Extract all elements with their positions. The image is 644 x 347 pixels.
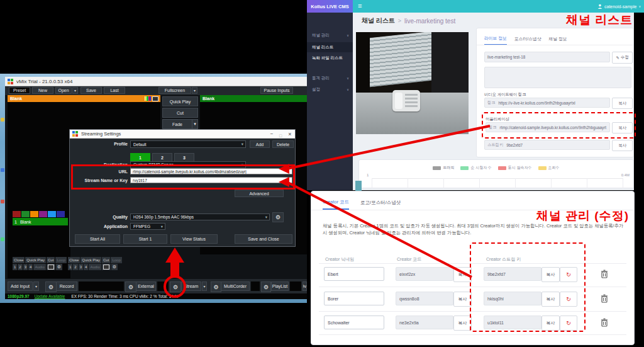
open-dropdown-icon[interactable]: [72, 87, 78, 94]
record-settings-gear-icon[interactable]: [125, 282, 136, 292]
input-row-blank[interactable]: 1 Blank: [13, 218, 68, 225]
maximize-icon[interactable]: [276, 128, 285, 140]
profile-dropdown[interactable]: Default: [130, 140, 246, 148]
loop-button[interactable]: Loop: [55, 257, 66, 263]
fullscreen-dropdown-icon[interactable]: [192, 87, 197, 94]
minimize-icon[interactable]: [267, 131, 276, 137]
playlist-settings-gear-icon[interactable]: [261, 282, 271, 292]
color-swatch[interactable]: [30, 211, 38, 217]
fade-button[interactable]: Fade: [162, 119, 192, 129]
overlay-1-button[interactable]: 1: [13, 264, 17, 270]
multicorder-settings-gear-icon[interactable]: [211, 282, 221, 292]
sidebar-item-channel-manage[interactable]: 채널 관리: [307, 30, 353, 40]
playlist-button[interactable]: PlayList: [271, 282, 289, 291]
stream-button[interactable]: Stream: [181, 282, 201, 291]
menu-hamburger-icon[interactable]: [358, 2, 362, 9]
fade-dropdown-icon[interactable]: [192, 119, 198, 129]
sidebar-item-channel-list[interactable]: 채널 리스트: [307, 42, 353, 52]
open-button[interactable]: Open: [55, 87, 72, 94]
loop-button[interactable]: Loop: [111, 257, 121, 263]
quick-play-button[interactable]: Quick Play: [162, 96, 198, 106]
user-menu[interactable]: catenoid-sample: [597, 0, 641, 13]
monitor-icon[interactable]: [47, 264, 55, 270]
cut-button[interactable]: Cut: [47, 257, 55, 263]
copy-gateway-button[interactable]: 복사: [612, 98, 633, 109]
add-input-dropdown-icon[interactable]: [33, 282, 39, 291]
tab-logo-poster-snapshot[interactable]: 로고/포스터/스냅샷: [360, 197, 401, 209]
tab-live-info[interactable]: 라이브 정보: [484, 33, 507, 45]
overlay-button[interactable]: Ove: [303, 282, 307, 291]
application-dropdown[interactable]: FFMPEG: [130, 223, 165, 230]
copy-code-button[interactable]: 복사: [453, 316, 472, 331]
edit-button[interactable]: 수정: [612, 52, 633, 64]
color-swatch[interactable]: [21, 211, 30, 217]
cut-button[interactable]: Cut: [102, 257, 110, 263]
cut-button[interactable]: Cut: [162, 108, 198, 118]
channel-name-input[interactable]: live-marketing test-18: [484, 52, 610, 62]
input-settings-gear-icon[interactable]: [111, 264, 118, 270]
fullscreen-button[interactable]: Fullscreen: [158, 87, 191, 94]
copy-code-button[interactable]: 복사: [453, 292, 472, 307]
sidebar-item-recorded-files[interactable]: 녹화 파일 리스트: [307, 53, 353, 63]
nickname-input[interactable]: Ebert: [324, 267, 384, 281]
overlay-4-button[interactable]: 4: [84, 264, 88, 270]
nickname-input[interactable]: Schowalter: [324, 316, 384, 329]
external-button[interactable]: External: [136, 282, 156, 291]
tab-creator-code[interactable]: Creator 코드: [323, 196, 349, 210]
channel-description-textarea[interactable]: [484, 67, 631, 88]
new-button[interactable]: New: [32, 87, 53, 94]
overlay-3-button[interactable]: 3: [23, 264, 28, 270]
copy-stream-key-button[interactable]: 복사: [612, 140, 633, 151]
close-button[interactable]: Close: [68, 257, 80, 263]
save-and-close-button[interactable]: Save and Close: [235, 234, 292, 244]
save-button[interactable]: Save: [80, 87, 102, 94]
color-swatch[interactable]: [13, 211, 21, 217]
audio-button[interactable]: Audio: [89, 264, 101, 270]
tab-poster-snapshot[interactable]: 포스터/스냅샷: [514, 34, 541, 45]
preview-active-bar[interactable]: Blank: [8, 95, 160, 102]
start-1-button[interactable]: Start 1: [123, 234, 167, 244]
update-available-link[interactable]: Update Available: [35, 294, 65, 299]
start-all-button[interactable]: Start All: [75, 234, 120, 244]
delete-trash-icon[interactable]: [601, 294, 608, 303]
input-settings-gear-icon[interactable]: [56, 264, 62, 270]
overlay-2-button[interactable]: 2: [18, 264, 22, 270]
pause-inputs-button[interactable]: Pause Inputs: [260, 87, 293, 94]
close-button[interactable]: Close: [13, 257, 25, 263]
copy-code-button[interactable]: 복사: [453, 267, 472, 282]
breadcrumb-root[interactable]: 채널 리스트: [362, 16, 395, 25]
stream-dropdown-icon[interactable]: [202, 282, 207, 291]
monitor-icon[interactable]: [102, 264, 111, 270]
profile-add-button[interactable]: Add: [250, 140, 270, 148]
sidebar-item-stats[interactable]: 통계 관리: [307, 73, 353, 83]
delete-trash-icon[interactable]: [601, 270, 608, 278]
stream-settings-gear-icon[interactable]: [170, 282, 181, 292]
color-swatch[interactable]: [57, 211, 65, 217]
quick-play-button[interactable]: Quick Play: [80, 257, 101, 263]
preview-output-bar[interactable]: Blank: [200, 95, 307, 102]
color-swatch[interactable]: [48, 211, 56, 217]
last-button[interactable]: Last: [104, 87, 125, 94]
sidebar-item-settings[interactable]: 설정: [307, 84, 353, 94]
audio-button[interactable]: Audio: [33, 264, 45, 270]
gateway-link-input[interactable]: 링크 https://v-live-kr.kollus.com/9nfh2hbg…: [484, 98, 610, 108]
overlay-2-button[interactable]: 2: [73, 264, 77, 270]
record-button[interactable]: Record: [56, 282, 77, 291]
quality-dropdown[interactable]: H264 360p 1.5mbps AAC 96kbps: [130, 213, 270, 220]
quick-play-button[interactable]: Quick Play: [25, 257, 46, 263]
delete-trash-icon[interactable]: [601, 318, 608, 327]
nickname-input[interactable]: Borer: [324, 292, 384, 305]
overlay-1-button[interactable]: 1: [68, 264, 72, 270]
tab-channel-info[interactable]: 채널 정보: [549, 34, 567, 45]
quality-settings-gear-icon[interactable]: [272, 212, 284, 222]
preset-button[interactable]: Preset: [9, 87, 30, 94]
multicorder-button[interactable]: MultiCorder: [221, 282, 250, 291]
audio-settings-gear-icon[interactable]: [45, 282, 57, 292]
close-icon[interactable]: [285, 131, 295, 137]
view-status-button[interactable]: View Status: [170, 234, 218, 244]
overlay-3-button[interactable]: 3: [79, 264, 83, 270]
stream-key-field[interactable]: 스트림키 9be2xfd7: [484, 140, 610, 150]
profile-delete-button[interactable]: Delete: [272, 140, 294, 148]
advanced-button[interactable]: Advanced: [235, 190, 284, 197]
color-swatch[interactable]: [39, 211, 47, 217]
